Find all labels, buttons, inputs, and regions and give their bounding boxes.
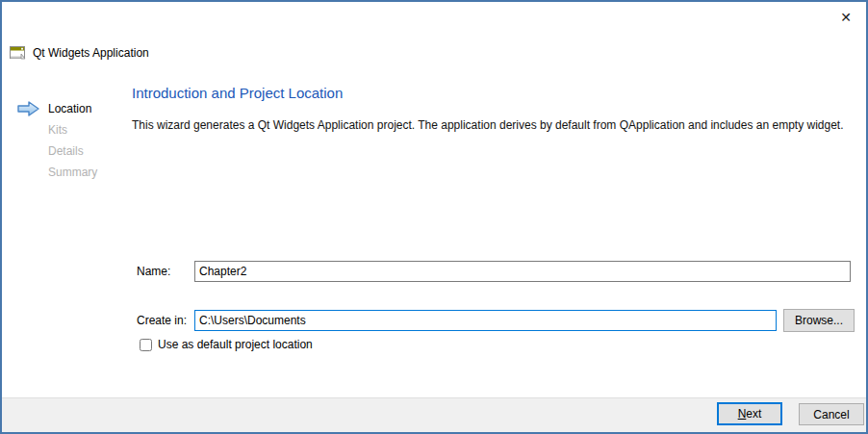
browse-button[interactable]: Browse...	[783, 309, 855, 332]
create-in-path-input[interactable]	[194, 310, 777, 331]
step-kits[interactable]: Kits	[2, 119, 127, 140]
default-location-row: Use as default project location	[140, 338, 313, 351]
app-title: Qt Widgets Application	[33, 46, 149, 60]
cancel-button[interactable]: Cancel	[799, 403, 864, 425]
qt-widgets-application-icon	[10, 46, 26, 60]
step-label-kits: Kits	[48, 123, 67, 137]
app-header: Qt Widgets Application	[10, 46, 149, 60]
default-location-label[interactable]: Use as default project location	[158, 338, 313, 351]
project-name-input[interactable]	[194, 261, 851, 282]
step-location[interactable]: Location	[2, 98, 127, 119]
step-summary[interactable]: Summary	[2, 162, 127, 183]
close-icon[interactable]: ✕	[835, 8, 856, 27]
default-location-checkbox[interactable]	[140, 339, 152, 351]
step-label-summary: Summary	[48, 166, 97, 179]
step-label-location: Location	[48, 102, 91, 115]
create-in-label: Create in:	[137, 310, 187, 331]
step-details[interactable]: Details	[2, 140, 127, 162]
next-button[interactable]: Next	[717, 402, 782, 425]
wizard-dialog-window: ✕ Qt Widgets Application Location	[0, 0, 868, 434]
name-label: Name:	[137, 261, 170, 282]
page-title: Introduction and Project Location	[132, 85, 343, 101]
wizard-description: This wizard generates a Qt Widgets Appli…	[132, 118, 844, 132]
wizard-steps-sidebar: Location Kits Details Summary	[2, 98, 127, 183]
current-step-arrow-icon	[17, 101, 40, 116]
step-label-details: Details	[48, 144, 84, 158]
next-button-label-rest: ext	[746, 407, 761, 421]
